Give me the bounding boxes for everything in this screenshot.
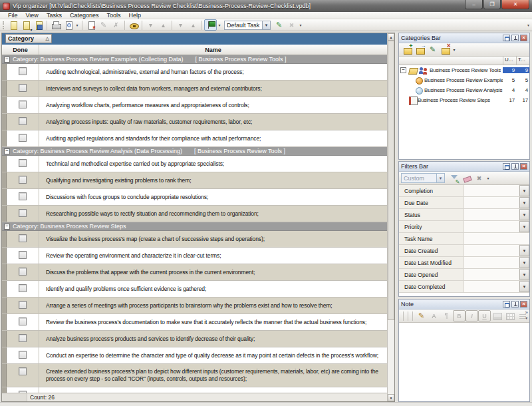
insert-image-button[interactable]	[491, 310, 503, 321]
panel-restore-button[interactable]	[503, 35, 510, 41]
print-preview-button[interactable]	[62, 19, 74, 31]
maximize-button[interactable]: ❐	[483, 0, 501, 9]
category-header-row[interactable]: −Category: Business Process Review Analy…	[2, 147, 387, 156]
filter-value[interactable]	[464, 233, 529, 244]
task-row[interactable]: Interviews and surveys to collect data f…	[2, 81, 387, 97]
menu-tools[interactable]: Tools	[102, 12, 124, 19]
task-template-combo[interactable]: Default Task▼	[224, 21, 271, 30]
task-checkbox[interactable]	[19, 176, 27, 184]
filter-dropdown-icon[interactable]: ▼	[519, 185, 529, 196]
filter-clear-button[interactable]	[460, 172, 473, 184]
filter-preset-dropdown-icon[interactable]: ▼	[436, 174, 444, 182]
toolbar-dropdown-icon[interactable]: ▾	[298, 23, 303, 27]
move-up-button[interactable]	[157, 19, 170, 31]
toolbar-overflow-icon[interactable]: »▾	[525, 310, 528, 321]
scroll-up-button[interactable]: ▲	[388, 33, 394, 41]
toolbar-overflow-icon[interactable]: ▾	[527, 23, 529, 27]
minimize-button[interactable]: –	[465, 0, 483, 9]
scroll-thumb[interactable]	[388, 41, 394, 320]
task-row[interactable]: Review the business process's documentat…	[2, 314, 387, 331]
menu-help[interactable]: Help	[124, 12, 145, 19]
menu-view[interactable]: View	[22, 12, 43, 19]
task-row[interactable]: Analyze business process's products and …	[2, 331, 387, 347]
filter-dropdown-icon[interactable]: ▼	[519, 257, 529, 268]
combo-dropdown-icon[interactable]: ▼	[262, 21, 270, 29]
tree-node[interactable]: Business Process Review Examples (Collec…	[399, 75, 529, 85]
task-row[interactable]: Identify and qualify problems once suffi…	[2, 281, 387, 298]
task-row[interactable]: Conduct an expertise to determine the ch…	[2, 347, 387, 364]
task-row[interactable]: Auditing technological, administrative, …	[2, 64, 387, 81]
tree-collapse-icon[interactable]: −	[400, 67, 406, 73]
toolbar-dropdown-icon[interactable]: ▾	[485, 176, 491, 180]
task-checkbox[interactable]	[19, 134, 27, 142]
filter-value[interactable]	[464, 281, 519, 292]
underline-button[interactable]	[478, 310, 491, 321]
view-tasks-button[interactable]	[127, 19, 140, 31]
toolbar-dropdown-icon[interactable]: ▾	[217, 23, 222, 27]
insert-table-button[interactable]	[503, 310, 516, 321]
new-category-button[interactable]	[401, 44, 414, 55]
task-row[interactable]: Qualifying and investigating existing pr…	[2, 172, 387, 189]
print-button[interactable]	[49, 19, 62, 31]
collapse-icon[interactable]: −	[4, 57, 10, 63]
delete-category-button[interactable]	[439, 44, 452, 55]
filter-apply-button[interactable]	[448, 172, 460, 184]
task-checkbox[interactable]	[19, 67, 27, 75]
new-task-button[interactable]	[84, 19, 97, 31]
task-checkbox[interactable]	[19, 234, 27, 242]
task-checkbox[interactable]	[19, 159, 27, 167]
task-row[interactable]: Arrange a series of meetings with proces…	[2, 298, 387, 314]
task-row[interactable]: Auditing applied regulations and standar…	[2, 130, 387, 147]
tree-header-uncompleted[interactable]: U...	[503, 57, 516, 65]
move-down-button[interactable]	[144, 19, 157, 31]
task-checkbox[interactable]	[19, 117, 27, 125]
task-checkbox[interactable]	[19, 251, 27, 259]
toolbar-dropdown-icon[interactable]: ▾	[74, 23, 80, 27]
panel-pin-button[interactable]	[511, 163, 519, 170]
panel-restore-button[interactable]	[503, 301, 510, 307]
cancel-task-button[interactable]	[285, 19, 298, 31]
filter-value[interactable]	[464, 221, 519, 232]
menu-categories[interactable]: Categories	[66, 12, 103, 19]
column-header-done[interactable]: Done	[2, 45, 39, 55]
scroll-down-button[interactable]: ▼	[388, 394, 394, 401]
filter-preset-combo[interactable]: Custom ▼	[401, 173, 445, 183]
note-content[interactable]	[399, 323, 529, 401]
task-checkbox[interactable]	[19, 317, 27, 325]
task-checkbox[interactable]	[19, 351, 27, 359]
bold-button[interactable]	[453, 310, 466, 321]
group-by-category-button[interactable]: Category △	[5, 34, 52, 43]
task-checkbox[interactable]	[19, 284, 27, 292]
edit-task-button[interactable]	[97, 19, 110, 31]
font-button[interactable]	[428, 310, 440, 321]
collapse-icon[interactable]: −	[4, 224, 10, 230]
task-row[interactable]: Review the operating environment and cha…	[2, 248, 387, 264]
task-row[interactable]: Researching possible ways to rectify sit…	[2, 206, 387, 222]
task-row[interactable]: Discussions with focus groups to conclud…	[2, 189, 387, 206]
task-row[interactable]: Analyzing workflow charts, performance m…	[2, 97, 387, 114]
task-checkbox[interactable]	[19, 301, 27, 309]
task-row[interactable]: Technical and methodical expertise carri…	[2, 156, 387, 172]
filter-value[interactable]	[464, 269, 519, 280]
filter-dropdown-icon[interactable]: ▼	[519, 209, 529, 220]
task-row[interactable]: Discuss the problems that appear with th…	[2, 264, 387, 281]
apply-task-button[interactable]	[273, 19, 285, 31]
flag-filter-button[interactable]	[204, 19, 217, 31]
task-checkbox[interactable]	[19, 334, 27, 342]
filter-dropdown-icon[interactable]: ▼	[519, 269, 529, 280]
italic-button[interactable]	[466, 310, 478, 321]
note-edit-button[interactable]	[415, 310, 428, 321]
task-row[interactable]: Visualize the business process's map (cr…	[2, 231, 387, 248]
task-row[interactable]: Create extended business process's plan …	[2, 364, 387, 387]
filter-dropdown-icon[interactable]: ▼	[519, 245, 529, 256]
tree-node[interactable]: Business Process Review Steps1717	[399, 95, 529, 105]
panel-close-button[interactable]	[520, 301, 527, 307]
new-subcategory-button[interactable]	[414, 44, 426, 55]
filter-value[interactable]	[464, 245, 519, 256]
filter-delete-button[interactable]	[473, 172, 485, 184]
task-row[interactable]: Analyzing process inputs: quality of raw…	[2, 114, 387, 130]
task-checkbox[interactable]	[19, 367, 27, 375]
category-header-row[interactable]: −Category: Business Process Review Steps	[2, 222, 387, 231]
panel-restore-button[interactable]	[503, 163, 510, 170]
filter-value[interactable]	[464, 197, 519, 208]
